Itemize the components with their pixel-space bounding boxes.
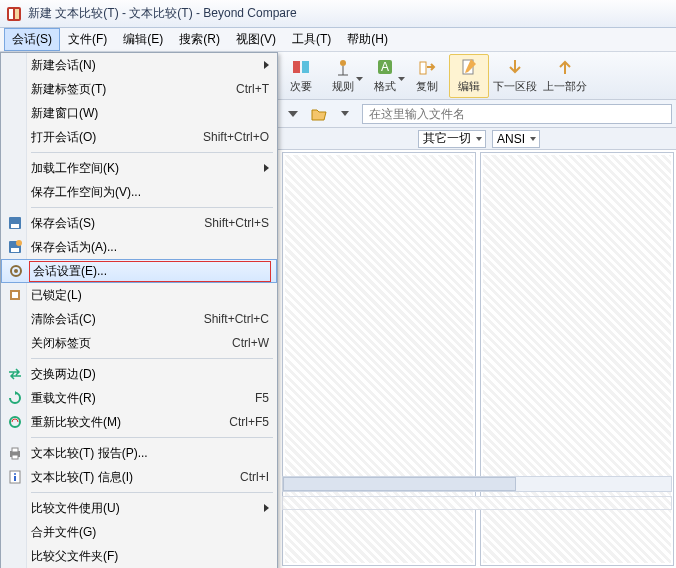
toolbar-rules-button[interactable]: 规则 bbox=[323, 54, 363, 98]
scrollbar-thumb[interactable] bbox=[283, 477, 516, 491]
toolbar-up-button[interactable]: 上一部分 bbox=[541, 54, 589, 98]
toolbar-edit-button[interactable]: 编辑 bbox=[449, 54, 489, 98]
submenu-arrow-icon bbox=[264, 61, 269, 69]
toolbar-down-button[interactable]: 下一区段 bbox=[491, 54, 539, 98]
menu-item-label: 比较父文件夹(F) bbox=[31, 548, 269, 565]
menu-item[interactable]: 新建窗口(W) bbox=[1, 101, 277, 125]
svg-rect-27 bbox=[14, 476, 16, 481]
menu-separator bbox=[31, 492, 273, 493]
menu-item-label: 保存会话为(A)... bbox=[31, 239, 269, 256]
menu-item[interactable]: 加载工作空间(K) bbox=[1, 156, 277, 180]
menu-item[interactable]: 关闭标签页Ctrl+W bbox=[1, 331, 277, 355]
dropdown-button[interactable] bbox=[282, 103, 304, 125]
menu-item-label: 保存工作空间为(V)... bbox=[31, 184, 269, 201]
svg-point-18 bbox=[14, 269, 18, 273]
format-icon: A bbox=[375, 57, 395, 77]
gear-icon bbox=[8, 263, 24, 279]
chevron-down-icon bbox=[356, 76, 363, 83]
svg-rect-13 bbox=[11, 224, 19, 228]
bottom-strip bbox=[282, 496, 672, 510]
svg-rect-3 bbox=[293, 61, 300, 73]
menu-item-shortcut: Ctrl+F5 bbox=[229, 415, 269, 429]
toolbar-format-button[interactable]: A格式 bbox=[365, 54, 405, 98]
menu-separator bbox=[31, 437, 273, 438]
toolbar-label: 规则 bbox=[332, 79, 354, 94]
menu-item[interactable]: 打开会话(O)Shift+Ctrl+O bbox=[1, 125, 277, 149]
svg-rect-10 bbox=[420, 62, 426, 74]
svg-point-5 bbox=[340, 60, 346, 66]
menu-item[interactable]: 比较父文件夹(F) bbox=[1, 544, 277, 568]
menu-item-label: 保存会话(S) bbox=[31, 215, 204, 232]
menu-item-label: 已锁定(L) bbox=[31, 287, 269, 304]
svg-rect-23 bbox=[12, 448, 18, 452]
diff-icon bbox=[291, 57, 311, 77]
menu-tools[interactable]: 工具(T) bbox=[284, 28, 339, 51]
menu-item[interactable]: 文本比较(T) 信息(I)Ctrl+I bbox=[1, 465, 277, 489]
menu-search[interactable]: 搜索(R) bbox=[171, 28, 228, 51]
menu-item[interactable]: 重新比较文件(M)Ctrl+F5 bbox=[1, 410, 277, 434]
menu-item-label: 新建窗口(W) bbox=[31, 105, 269, 122]
menu-item[interactable]: 比较文件使用(U) bbox=[1, 496, 277, 520]
menu-item[interactable]: 合并文件(G) bbox=[1, 520, 277, 544]
menu-item-label: 文本比较(T) 信息(I) bbox=[31, 469, 240, 486]
horizontal-scrollbar[interactable] bbox=[282, 476, 672, 492]
svg-point-16 bbox=[16, 240, 22, 246]
toolbar-label: 复制 bbox=[416, 79, 438, 94]
menu-file[interactable]: 文件(F) bbox=[60, 28, 115, 51]
save-icon bbox=[7, 215, 23, 231]
menu-item-label: 新建标签页(T) bbox=[31, 81, 236, 98]
file-path-input[interactable] bbox=[362, 104, 672, 124]
menu-item-label: 打开会话(O) bbox=[31, 129, 203, 146]
menu-item-shortcut: Ctrl+W bbox=[232, 336, 269, 350]
menu-item[interactable]: 重载文件(R)F5 bbox=[1, 386, 277, 410]
toolbar-label: 编辑 bbox=[458, 79, 480, 94]
filter-select[interactable]: 其它一切 bbox=[418, 130, 486, 148]
menu-item[interactable]: 新建标签页(T)Ctrl+T bbox=[1, 77, 277, 101]
menu-view[interactable]: 视图(V) bbox=[228, 28, 284, 51]
menu-item[interactable]: 文本比较(T) 报告(P)... bbox=[1, 441, 277, 465]
menu-edit[interactable]: 编辑(E) bbox=[115, 28, 171, 51]
lock-icon bbox=[7, 287, 23, 303]
toolbar-label: 下一区段 bbox=[493, 79, 537, 94]
menu-item-label: 新建会话(N) bbox=[31, 57, 269, 74]
menu-item[interactable]: 已锁定(L) bbox=[1, 283, 277, 307]
submenu-arrow-icon bbox=[264, 504, 269, 512]
encoding-select[interactable]: ANSI bbox=[492, 130, 540, 148]
menu-session[interactable]: 会话(S) bbox=[4, 28, 60, 51]
toolbar-label: 上一部分 bbox=[543, 79, 587, 94]
svg-rect-15 bbox=[11, 248, 19, 252]
svg-rect-20 bbox=[12, 292, 18, 298]
menu-item[interactable]: 交换两边(D) bbox=[1, 362, 277, 386]
print-icon bbox=[7, 445, 23, 461]
dropdown-button-2[interactable] bbox=[334, 103, 356, 125]
window-title: 新建 文本比较(T) - 文本比较(T) - Beyond Compare bbox=[28, 5, 297, 22]
edit-icon bbox=[459, 57, 479, 77]
open-folder-button[interactable] bbox=[308, 103, 330, 125]
menu-item[interactable]: 新建会话(N) bbox=[1, 53, 277, 77]
recompare-icon bbox=[7, 414, 23, 430]
toolbar-copy-button[interactable]: 复制 bbox=[407, 54, 447, 98]
svg-rect-24 bbox=[12, 455, 18, 459]
menu-help[interactable]: 帮助(H) bbox=[339, 28, 396, 51]
chevron-down-icon bbox=[398, 76, 405, 83]
swap-icon bbox=[7, 366, 23, 382]
svg-point-26 bbox=[14, 473, 16, 475]
menu-item[interactable]: 保存工作空间为(V)... bbox=[1, 180, 277, 204]
menu-item[interactable]: 清除会话(C)Shift+Ctrl+C bbox=[1, 307, 277, 331]
menu-item-label: 比较文件使用(U) bbox=[31, 500, 269, 517]
toolbar-label: 次要 bbox=[290, 79, 312, 94]
reload-icon bbox=[7, 390, 23, 406]
svg-rect-2 bbox=[15, 9, 19, 19]
app-icon bbox=[6, 6, 22, 22]
menu-item[interactable]: 保存会话为(A)... bbox=[1, 235, 277, 259]
menu-item[interactable]: 保存会话(S)Shift+Ctrl+S bbox=[1, 211, 277, 235]
menu-separator bbox=[31, 207, 273, 208]
svg-rect-1 bbox=[9, 9, 13, 19]
folder-open-icon bbox=[311, 107, 327, 121]
saveas-icon bbox=[7, 239, 23, 255]
menu-item-shortcut: Shift+Ctrl+C bbox=[204, 312, 269, 326]
menu-item-label: 文本比较(T) 报告(P)... bbox=[31, 445, 269, 462]
menu-item[interactable]: 会话设置(E)... bbox=[1, 259, 277, 283]
toolbar-diff-button[interactable]: 次要 bbox=[281, 54, 321, 98]
menu-item-shortcut: F5 bbox=[255, 391, 269, 405]
